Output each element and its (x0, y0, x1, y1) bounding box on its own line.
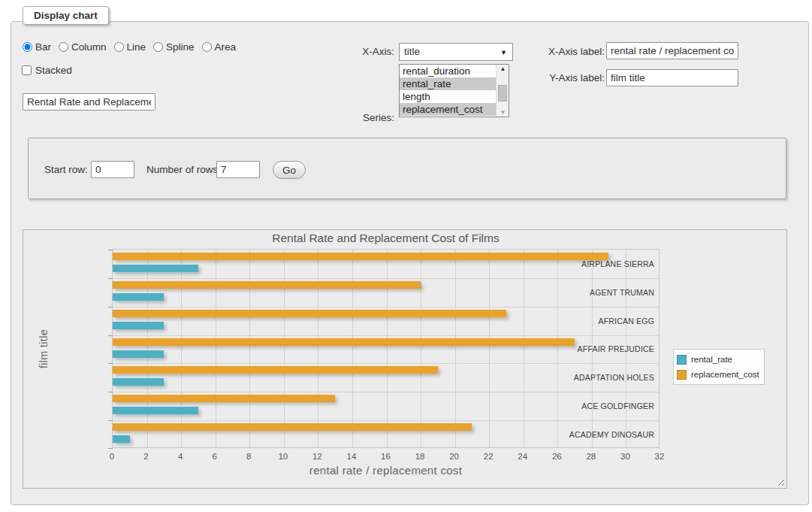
x-tick-label: 16 (381, 452, 391, 461)
series-options: rental_durationrental_ratelengthreplacem… (400, 65, 496, 116)
series-option-replacement_cost[interactable]: replacement_cost (400, 103, 496, 116)
chart-y-axis-title: film title (38, 315, 50, 383)
legend-swatch-rental_rate (677, 355, 687, 365)
gridline-vertical (147, 250, 148, 447)
category-label: AFRICAN EGG (598, 317, 654, 326)
number-of-rows-label: Number of rows: (146, 161, 221, 178)
bar-rental_rate (113, 322, 164, 329)
start-row-input[interactable] (91, 161, 134, 178)
chevron-down-icon: ▼ (500, 44, 507, 62)
series-option-rental_duration[interactable]: rental_duration (400, 65, 496, 77)
series-select-label: Series: (346, 109, 394, 126)
scroll-up-icon[interactable]: ▲ (497, 65, 509, 72)
y-axis-tick (108, 448, 113, 449)
rows-panel: Start row: Number of rows: Go (28, 138, 786, 199)
chart-type-option-spline[interactable]: Spline (153, 41, 195, 53)
x-axis-select-value: title (404, 46, 420, 57)
gridline-horizontal (113, 392, 659, 392)
x-tick-label: 22 (484, 452, 494, 461)
gridline-vertical (524, 250, 524, 447)
chart-type-option-label: Column (71, 41, 107, 53)
series-option-rental_rate[interactable]: rental_rate (400, 77, 496, 90)
bar-replacement_cost (113, 423, 472, 431)
gridline-horizontal (113, 363, 659, 364)
gridline-vertical (249, 250, 250, 447)
x-tick-label: 32 (655, 452, 665, 461)
chart-type-radio-line[interactable] (114, 42, 124, 52)
x-tick-label: 30 (620, 452, 630, 461)
bar-replacement_cost (113, 366, 438, 374)
bar-replacement_cost (113, 253, 608, 260)
scroll-down-icon[interactable]: ▼ (497, 109, 509, 116)
x-tick-label: 2 (143, 452, 148, 461)
chart-type-radios: BarColumnLineSplineArea (23, 41, 236, 53)
gridline-vertical (352, 250, 353, 447)
chart-type-radio-area[interactable] (202, 42, 212, 52)
legend-label: replacement_cost (691, 370, 759, 379)
x-tick-label: 24 (518, 452, 527, 461)
gridline-vertical (455, 250, 456, 447)
stacked-checkbox[interactable] (22, 65, 32, 75)
series-listbox[interactable]: rental_durationrental_ratelengthreplacem… (399, 64, 509, 117)
gridline-vertical (557, 250, 558, 447)
series-scrollbar[interactable]: ▲ ▼ (496, 65, 509, 117)
gridline-horizontal (113, 420, 659, 421)
chart-x-axis-title: rental rate / replacement cost (112, 464, 660, 477)
chart-title: Rental Rate and Replacement Cost of Film… (112, 232, 660, 245)
x-tick-label: 20 (449, 452, 459, 461)
resize-handle-icon[interactable] (776, 477, 784, 486)
controls-layer: BarColumnLineSplineArea Stacked X-Axis: … (11, 21, 809, 505)
page: Display chart BarColumnLineSplineArea St… (0, 0, 812, 512)
bar-rental_rate (113, 293, 164, 301)
number-of-rows-input[interactable] (216, 161, 260, 178)
chart-type-option-label: Bar (35, 41, 51, 53)
chart-type-option-area[interactable]: Area (202, 41, 237, 53)
chart-type-radio-bar[interactable] (23, 42, 32, 52)
bar-rental_rate (113, 407, 198, 414)
bar-replacement_cost (113, 395, 335, 402)
x-tick-label: 28 (586, 452, 596, 461)
stacked-checkbox-row[interactable]: Stacked (22, 65, 72, 76)
fieldset-legend: Display chart (23, 6, 109, 25)
gridline-vertical (181, 250, 182, 447)
chart-type-option-line[interactable]: Line (114, 41, 146, 53)
chart-type-option-column[interactable]: Column (59, 41, 107, 53)
legend-swatch-replacement_cost (677, 370, 687, 380)
x-tick-label: 26 (552, 452, 562, 461)
y-axis-tick (108, 363, 113, 364)
gridline-vertical (284, 250, 285, 447)
bar-replacement_cost (113, 281, 421, 289)
legend-label: rental_rate (691, 355, 732, 364)
legend-item-rental_rate: rental_rate (677, 352, 759, 367)
x-tick-label: 12 (312, 452, 322, 461)
x-axis-label-input[interactable] (606, 42, 738, 59)
chart-type-radio-spline[interactable] (153, 42, 163, 52)
gridline-vertical (387, 250, 388, 447)
chart-type-radio-column[interactable] (59, 42, 68, 52)
category-label: AGENT TRUMAN (590, 288, 654, 297)
bar-replacement_cost (113, 310, 506, 317)
y-axis-tick (108, 335, 113, 336)
bar-rental_rate (113, 435, 130, 443)
x-tick-label: 8 (246, 452, 251, 461)
x-tick-label: 6 (212, 452, 216, 461)
y-axis-tick (108, 420, 113, 421)
x-tick-label: 10 (278, 452, 288, 461)
category-label: ACE GOLDFINGER (581, 401, 654, 411)
y-axis-label-input[interactable] (606, 69, 738, 86)
scrollbar-thumb[interactable] (498, 85, 507, 101)
chart-type-option-bar[interactable]: Bar (23, 41, 51, 53)
x-tick-label: 14 (347, 452, 357, 461)
gridline-vertical (489, 250, 490, 447)
plot-area: AIRPLANE SIERRAAGENT TRUMANAFRICAN EGGAF… (112, 249, 660, 448)
chart-title-input[interactable] (23, 93, 155, 111)
category-label: AIRPLANE SIERRA (581, 259, 654, 268)
gridline-horizontal (113, 307, 659, 308)
bar-rental_rate (113, 350, 164, 358)
series-option-length[interactable]: length (400, 90, 496, 103)
y-axis-tick (108, 250, 113, 250)
y-axis-tick (108, 307, 113, 308)
chart-legend: rental_ratereplacement_cost (673, 349, 765, 385)
go-button[interactable]: Go (273, 161, 306, 179)
x-axis-select[interactable]: title ▼ (399, 43, 513, 61)
